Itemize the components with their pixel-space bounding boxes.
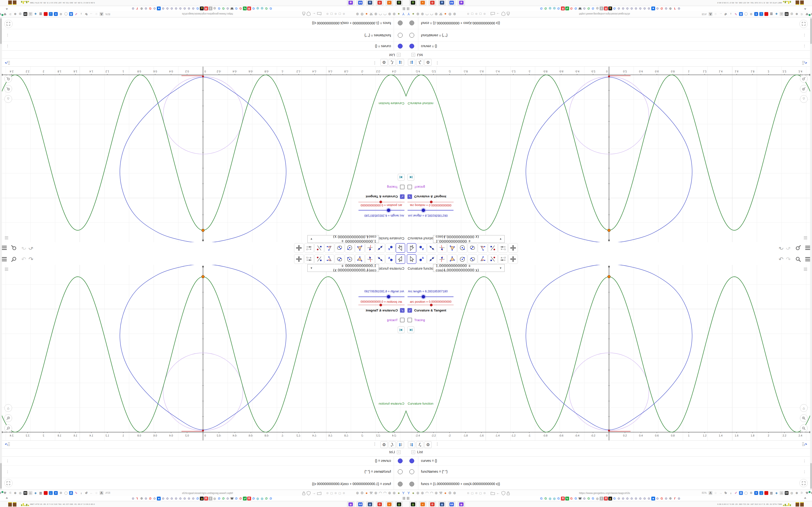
favicon[interactable]: ✿ (144, 6, 148, 10)
extension-icon[interactable]: ⊕ (452, 12, 457, 16)
browser-action-icon[interactable] (764, 491, 768, 495)
taskbar-app-button[interactable]: ◉ (347, 501, 354, 507)
row-menu-icon[interactable]: ⋮ (6, 33, 9, 37)
favicon[interactable]: ∿ (243, 6, 247, 10)
favicon[interactable]: G (217, 6, 221, 10)
algebra-row-curves[interactable]: curves = {} ⋮ (406, 456, 812, 466)
browser-action-icon[interactable]: ⌂ (29, 12, 33, 16)
algebra-fx-button[interactable]: fx (416, 441, 423, 448)
taskbar-app-button[interactable]: ▦ (409, 501, 417, 507)
undo-icon[interactable]: ↶ (779, 245, 783, 251)
browser-action-icon[interactable]: ☆ (95, 491, 98, 495)
search-icon[interactable] (795, 256, 801, 263)
tool-ellipse-button[interactable] (468, 243, 477, 253)
pinned-tabs-row[interactable]: GG◍◍GЯ∿GGW✿GG◍iЯ▲G✿✿✿✿✿✿✿✿●✿G✿⚙f✿ ^ (0, 6, 406, 11)
favicon[interactable]: ✿ (643, 6, 647, 10)
favicon[interactable]: ✿ (170, 497, 174, 501)
tracing-checkbox[interactable] (407, 185, 412, 189)
fullscreen-button[interactable] (800, 20, 808, 28)
caret-up-icon[interactable]: ^ (6, 7, 8, 10)
indicator-icon[interactable]: ⊙ (483, 492, 486, 495)
browser-action-icon[interactable]: UD (23, 12, 27, 16)
extension-icon[interactable]: ⊕ (355, 491, 360, 495)
tool-polygon-button[interactable] (355, 254, 365, 264)
indicator-icon[interactable]: ▢ (330, 12, 333, 15)
shield-icon[interactable] (306, 491, 311, 495)
taskbar-app-button[interactable]: ● (386, 501, 393, 507)
function-selector-dropdown[interactable]: 1.000000000000 + cos(4.000000000000 x) ▼ (307, 264, 379, 272)
favicon[interactable]: ✿ (647, 497, 651, 501)
undo-icon[interactable]: ↶ (29, 257, 33, 262)
favicon[interactable]: G (235, 497, 238, 501)
play-button[interactable] (407, 326, 414, 333)
redo-icon[interactable]: ↷ (21, 245, 26, 251)
play-button[interactable] (398, 326, 405, 333)
favicon[interactable]: ✿ (183, 497, 187, 501)
favicon[interactable]: ∿ (243, 497, 247, 501)
tool-move-button[interactable] (396, 254, 405, 264)
scrollbar-thumb[interactable] (0, 18, 2, 44)
favicon[interactable]: ✿ (638, 6, 642, 10)
favicon[interactable]: ✿ (179, 497, 182, 501)
indicator-icon[interactable]: ⊙ (326, 492, 329, 495)
browser-action-icon[interactable]: A (709, 491, 712, 495)
browser-action-icon[interactable]: → (719, 12, 723, 16)
browser-action-icon[interactable]: ↻ (724, 491, 728, 495)
extension-icon[interactable]: Y (406, 12, 411, 16)
algebra-more-icon[interactable]: ⋮ (373, 442, 376, 446)
algebra-panel-icon[interactable] (4, 442, 10, 448)
url-text[interactable]: https://www.geogebra.org/classic/aagcxh3… (579, 492, 630, 495)
favicon[interactable]: ✿ (621, 6, 625, 10)
extension-icon[interactable]: ● (443, 12, 448, 16)
browser-action-icon[interactable]: ◯ (64, 12, 68, 16)
shield-icon[interactable] (501, 12, 506, 16)
indicator-icon[interactable]: ▢ (338, 12, 342, 15)
extension-icon[interactable]: ● (443, 491, 448, 495)
taskbar-app-button[interactable]: ◉ (347, 0, 354, 6)
extension-icon[interactable]: ⚒ (369, 12, 373, 16)
algebra-more-icon[interactable]: ⋮ (436, 442, 439, 446)
extension-icon[interactable]: ⊕ (392, 12, 396, 16)
browser-action-icon[interactable]: ⌂ (779, 491, 783, 495)
favicon[interactable]: G (264, 6, 268, 10)
function-selector-dropdown[interactable]: 1.000000000000 + cos(4.000000000000 x) ▼ (307, 235, 379, 243)
favicon[interactable]: Я (204, 6, 208, 10)
fullscreen-button[interactable] (4, 20, 12, 28)
favicon[interactable]: G (148, 497, 152, 501)
browser-action-icon[interactable]: → (89, 12, 93, 16)
algebra-row-funcs[interactable]: funcs = {1.000000000000 + cos(4.00000000… (0, 17, 406, 29)
favicon[interactable]: ✿ (634, 6, 638, 10)
taskbar-app-button[interactable]: ● (419, 0, 426, 6)
indicator-icon[interactable]: ▢ (470, 12, 474, 15)
extension-icon[interactable]: ◠ (378, 491, 383, 495)
tool-polygon-button[interactable] (447, 254, 457, 264)
favicon[interactable]: W (230, 497, 234, 501)
extension-icon[interactable]: ● (397, 12, 401, 16)
arc-position-slider[interactable] (407, 303, 454, 306)
extension-icon[interactable]: ● (411, 12, 415, 16)
extension-icon[interactable]: ⊕ (388, 491, 392, 495)
function-selector-dropdown[interactable]: 1.000000000000 + cos(4.000000000000 x) ▼ (433, 235, 505, 243)
tool-point-button[interactable]: A (386, 243, 395, 253)
redo-icon[interactable]: ↷ (786, 245, 791, 251)
browser-action-icon[interactable]: ⚒ (3, 12, 7, 16)
favicon[interactable]: Я (561, 6, 565, 10)
favicon[interactable]: ✿ (656, 497, 660, 501)
tool-move-button[interactable] (407, 243, 416, 253)
favicon[interactable]: ✿ (664, 6, 668, 10)
browser-action-icon[interactable]: ◈ (34, 491, 38, 495)
browser-address-bar[interactable]: Y●⊕⊕◠◠⊕⚒●⚙⊕ ⊙▢⊙▢⊙ ← https://www.geogebra… (406, 11, 812, 17)
extension-icon[interactable]: ◠ (383, 491, 387, 495)
favicon[interactable]: Я (604, 6, 608, 10)
browser-action-icon[interactable]: ✐ (74, 491, 78, 495)
redo-icon[interactable]: ↷ (786, 257, 791, 262)
browser-action-icon[interactable]: ⚒ (3, 491, 7, 495)
lock-icon[interactable] (302, 12, 306, 16)
taskbar-app-button[interactable]: ▣ (439, 501, 446, 507)
extension-icon[interactable]: ⊕ (416, 491, 420, 495)
tool-ellipse-button[interactable] (335, 243, 344, 253)
algebra-panel-icon[interactable] (4, 59, 10, 65)
extension-icon[interactable]: Y (401, 12, 406, 16)
page-scrollbar[interactable] (0, 17, 2, 253)
extension-icon[interactable]: ⊕ (373, 12, 378, 16)
